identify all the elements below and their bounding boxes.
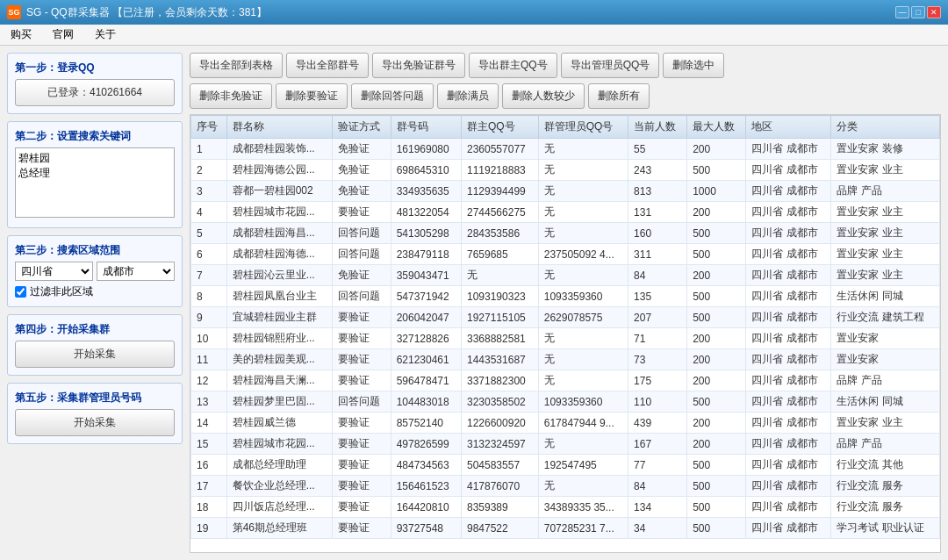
menu-item-website[interactable]: 官网 xyxy=(46,25,81,44)
export-free-verify-btn[interactable]: 导出免验证群号 xyxy=(372,53,465,78)
table-row[interactable]: 6成都碧桂园海德...回答问题2384791187659685237505092… xyxy=(191,244,940,265)
table-row[interactable]: 3蓉都一碧桂园002免验证3349356351129394499无8131000… xyxy=(191,181,940,202)
table-cell: 237505092 4... xyxy=(538,244,628,265)
step2-title: 第二步：设置搜索关键词 xyxy=(15,129,175,144)
login-button[interactable]: 已登录：410261664 xyxy=(15,79,175,106)
table-cell: 碧桂园沁云里业... xyxy=(226,265,332,286)
table-cell: 回答问题 xyxy=(332,223,391,244)
table-cell: 84 xyxy=(628,476,687,497)
table-cell: 美的碧桂园美观... xyxy=(226,349,332,370)
table-cell: 160 xyxy=(628,223,687,244)
table-cell: 1093359360 xyxy=(538,286,628,307)
menu-item-about[interactable]: 关于 xyxy=(88,25,123,44)
delete-verify-btn[interactable]: 删除要验证 xyxy=(276,83,348,109)
table-cell: 327128826 xyxy=(391,328,461,349)
col-header-name: 群名称 xyxy=(226,116,332,139)
table-cell: 碧桂园海德公园... xyxy=(226,160,332,181)
table-cell: 500 xyxy=(687,244,746,265)
delete-selected-btn[interactable]: 删除选中 xyxy=(663,53,724,78)
col-header-groupid: 群号码 xyxy=(391,116,461,139)
table-cell: 34 xyxy=(628,518,687,539)
table-cell: 四川省 成都市 xyxy=(746,413,831,434)
table-cell: 1093190323 xyxy=(462,286,539,307)
delete-all-btn[interactable]: 删除所有 xyxy=(588,83,650,109)
table-cell: 四川省 成都市 xyxy=(746,518,831,539)
close-button[interactable]: ✕ xyxy=(927,6,941,18)
table-cell: 175 xyxy=(628,370,687,391)
table-row[interactable]: 5成都碧桂园海昌...回答问题541305298284353586无160500… xyxy=(191,223,940,244)
table-cell: 置业安家 装修 xyxy=(831,139,940,160)
table-row[interactable]: 11美的碧桂园美观...要验证6212304611443531687无73200… xyxy=(191,349,940,370)
table-container[interactable]: 序号 群名称 验证方式 群号码 群主QQ号 群管理员QQ号 当前人数 最大人数 … xyxy=(190,114,941,553)
table-row[interactable]: 19第46期总经理班要验证937275489847522707285231 7.… xyxy=(191,518,940,539)
table-cell: 品牌 产品 xyxy=(831,181,940,202)
table-row[interactable]: 2碧桂园海德公园...免验证6986453101119218883无243500… xyxy=(191,160,940,181)
title-bar: SG SG - QQ群采集器 【已注册，会员剩余天数：381】 — □ ✕ xyxy=(0,0,948,25)
table-row[interactable]: 17餐饮企业总经理...要验证156461523417876070无84500四… xyxy=(191,476,940,497)
start-collect-button[interactable]: 开始采集 xyxy=(15,341,175,368)
table-row[interactable]: 14碧桂园威兰德要验证857521401226600920617847944 9… xyxy=(191,413,940,434)
table-cell: 四川省 成都市 xyxy=(746,391,831,413)
table-cell: 14 xyxy=(191,413,227,434)
table-cell: 131 xyxy=(628,202,687,223)
table-row[interactable]: 8碧桂园凤凰台业主回答问题547371942109319032310933593… xyxy=(191,286,940,307)
table-cell: 311 xyxy=(628,244,687,265)
keyword-input[interactable]: 碧桂园 总经理 xyxy=(15,147,175,218)
table-cell: 碧桂园锦熙府业... xyxy=(226,328,332,349)
table-cell: 1443531687 xyxy=(462,349,539,370)
filter-checkbox[interactable] xyxy=(15,286,26,298)
table-cell: 16 xyxy=(191,455,227,476)
table-row[interactable]: 4碧桂园城市花园...要验证4813220542744566275无131200… xyxy=(191,202,940,223)
maximize-button[interactable]: □ xyxy=(911,6,925,18)
table-row[interactable]: 7碧桂园沁云里业...免验证359043471无无84200四川省 成都市置业安… xyxy=(191,265,940,286)
table-cell: 85752140 xyxy=(391,413,461,434)
export-owner-qq-btn[interactable]: 导出群主QQ号 xyxy=(469,53,557,78)
table-row[interactable]: 12碧桂园海昌天澜...要验证5964784713371882300无17520… xyxy=(191,370,940,391)
export-all-table-btn[interactable]: 导出全部到表格 xyxy=(190,53,283,78)
step3-section: 第三步：搜索区域范围 四川省 成都市 过滤非此区域 xyxy=(7,235,183,307)
table-row[interactable]: 15碧桂园城市花园...要验证4978265993132324597无16720… xyxy=(191,434,940,455)
table-cell: 4 xyxy=(191,202,227,223)
table-cell: 243 xyxy=(628,160,687,181)
table-cell: 要验证 xyxy=(332,370,391,391)
table-cell: 200 xyxy=(687,139,746,160)
table-cell: 置业安家 业主 xyxy=(831,244,940,265)
table-cell: 439 xyxy=(628,413,687,434)
table-row[interactable]: 16成都总经理助理要验证4847345635045835571925474957… xyxy=(191,455,940,476)
table-cell: 1093359360 xyxy=(538,391,628,413)
table-cell: 行业交流 服务 xyxy=(831,497,940,518)
delete-few-btn[interactable]: 删除人数较少 xyxy=(502,83,585,109)
delete-full-btn[interactable]: 删除满员 xyxy=(437,83,499,109)
delete-non-free-btn[interactable]: 删除非免验证 xyxy=(190,83,272,109)
table-cell: 碧桂园城市花园... xyxy=(226,202,332,223)
start-collect-admin-button[interactable]: 开始采集 xyxy=(15,409,175,436)
table-row[interactable]: 10碧桂园锦熙府业...要验证3271288263368882581无71200… xyxy=(191,328,940,349)
table-cell: 四川省 成都市 xyxy=(746,434,831,455)
export-admin-qq-btn[interactable]: 导出管理员QQ号 xyxy=(561,53,660,78)
table-cell: 500 xyxy=(687,476,746,497)
delete-qa-btn[interactable]: 删除回答问题 xyxy=(351,83,434,109)
table-cell: 回答问题 xyxy=(332,391,391,413)
table-cell: 四川省 成都市 xyxy=(746,286,831,307)
city-select[interactable]: 成都市 xyxy=(97,262,175,281)
minimize-button[interactable]: — xyxy=(895,6,909,18)
menu-item-buy[interactable]: 购买 xyxy=(4,25,39,44)
table-cell: 无 xyxy=(538,370,628,391)
table-row[interactable]: 13碧桂园梦里巴固...回答问题104483018323035850210933… xyxy=(191,391,940,413)
table-cell: 四川省 成都市 xyxy=(746,328,831,349)
table-cell: 11 xyxy=(191,349,227,370)
export-all-group-btn[interactable]: 导出全部群号 xyxy=(286,53,369,78)
table-row[interactable]: 18四川饭店总经理...要验证164420810835938934389335 … xyxy=(191,497,940,518)
col-header-category: 分类 xyxy=(831,116,940,139)
table-cell: 四川省 成都市 xyxy=(746,307,831,328)
table-cell: 9 xyxy=(191,307,227,328)
col-header-max: 最大人数 xyxy=(687,116,746,139)
province-select[interactable]: 四川省 xyxy=(15,262,93,281)
table-cell: 7 xyxy=(191,265,227,286)
col-header-admin: 群管理员QQ号 xyxy=(538,116,628,139)
table-cell: 行业交流 建筑工程 xyxy=(831,307,940,328)
filter-checkbox-label[interactable]: 过滤非此区域 xyxy=(15,284,175,299)
table-row[interactable]: 9宜城碧桂园业主群要验证2060420471927115105262907857… xyxy=(191,307,940,328)
table-row[interactable]: 1成都碧桂园装饰...免验证1619690802360557077无55200四… xyxy=(191,139,940,160)
table-cell: 要验证 xyxy=(332,434,391,455)
